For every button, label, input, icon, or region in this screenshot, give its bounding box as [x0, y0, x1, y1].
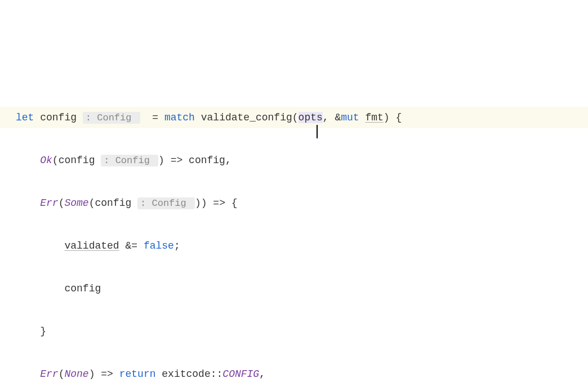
keyword-match: match — [164, 112, 195, 123]
keyword-return: return — [119, 368, 156, 380]
arg-opts-highlighted: opt — [299, 112, 317, 123]
code-line-6[interactable]: } — [0, 321, 588, 342]
var-config: config — [40, 112, 77, 123]
variant-none: None — [64, 368, 88, 380]
var-validated: validated — [64, 240, 119, 251]
code-line-5[interactable]: config — [0, 278, 588, 299]
code-line-7[interactable]: Err(None) => return exitcode::CONFIG, — [0, 363, 588, 385]
type-hint-config: : Config — [101, 155, 158, 166]
variant-err: Err — [40, 197, 58, 209]
type-hint-config: : Config — [137, 197, 195, 209]
keyword-let: let — [16, 112, 34, 123]
variant-some: Some — [64, 197, 88, 209]
func-validate-config: validate_config — [201, 112, 292, 123]
arg-fmt: fmt — [365, 112, 383, 123]
type-hint-config: : Config — [83, 112, 140, 124]
code-line-2[interactable]: Ok(config : Config ) => config, — [0, 150, 588, 171]
variant-err: Err — [40, 368, 58, 380]
variant-ok: Ok — [40, 155, 52, 166]
code-line-1[interactable]: let config : Config = match validate_con… — [0, 107, 588, 128]
code-line-3[interactable]: Err(Some(config : Config )) => { — [0, 192, 588, 214]
code-line-4[interactable]: validated &= false; — [0, 235, 588, 256]
code-editor[interactable]: let config : Config = match validate_con… — [0, 86, 588, 387]
keyword-mut: mut — [341, 112, 359, 123]
const-config: CONFIG — [222, 368, 259, 380]
keyword-false: false — [144, 240, 174, 251]
